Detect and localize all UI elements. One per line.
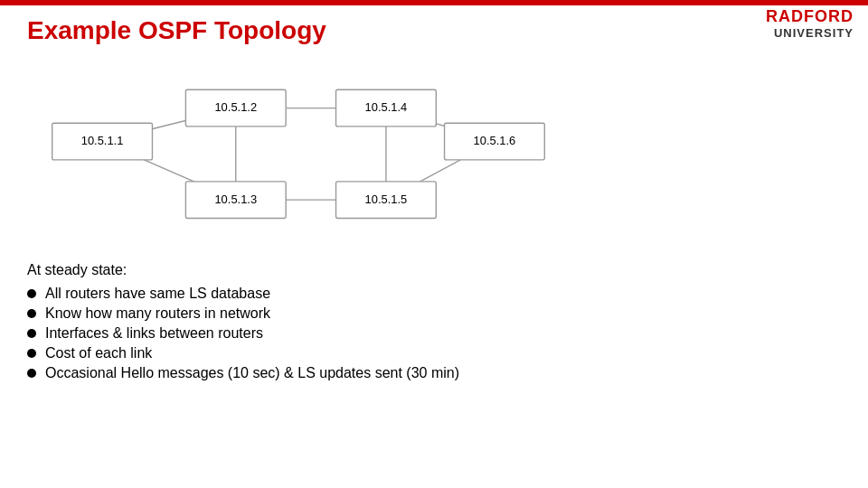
bullet-dot-4: [27, 349, 36, 358]
bullet-dot-5: [27, 369, 36, 378]
node-2-label: 10.5.1.2: [214, 100, 257, 114]
bullet-item-3: Interfaces & links between routers: [27, 325, 841, 342]
bullet-text-2: Know how many routers in network: [45, 305, 270, 322]
node-5-label: 10.5.1.3: [214, 192, 257, 206]
bullet-text-4: Cost of each link: [45, 345, 152, 361]
bullet-dot-1: [27, 289, 36, 298]
logo-university: UNIVERSITY: [766, 26, 854, 40]
node-1-label: 10.5.1.1: [81, 134, 124, 147]
bullet-dot-3: [27, 329, 36, 338]
content-area: At steady state: All routers have same L…: [27, 262, 841, 385]
bullet-item-1: All routers have same LS database: [27, 286, 841, 302]
node-6-label: 10.5.1.5: [365, 192, 408, 206]
bullet-list: All routers have same LS database Know h…: [27, 286, 841, 381]
node-3-label: 10.5.1.4: [365, 100, 408, 114]
steady-state-title: At steady state:: [27, 262, 841, 278]
topology-svg: 10.5.1.1 10.5.1.2 10.5.1.4 10.5.1.6 10.5…: [27, 54, 570, 262]
top-bar: [0, 0, 868, 5]
page-title: Example OSPF Topology: [27, 16, 326, 45]
node-4-label: 10.5.1.6: [474, 134, 516, 147]
bullet-item-2: Know how many routers in network: [27, 305, 841, 322]
bullet-item-4: Cost of each link: [27, 345, 841, 361]
bullet-text-3: Interfaces & links between routers: [45, 325, 263, 342]
bullet-dot-2: [27, 309, 36, 318]
bullet-text-1: All routers have same LS database: [45, 286, 270, 302]
bullet-text-5: Occasional Hello messages (10 sec) & LS …: [45, 365, 459, 381]
logo-area: RADFORD UNIVERSITY: [766, 7, 854, 40]
topology-diagram: 10.5.1.1 10.5.1.2 10.5.1.4 10.5.1.6 10.5…: [27, 54, 570, 262]
bullet-item-5: Occasional Hello messages (10 sec) & LS …: [27, 365, 841, 381]
logo-radford: RADFORD: [766, 7, 854, 26]
